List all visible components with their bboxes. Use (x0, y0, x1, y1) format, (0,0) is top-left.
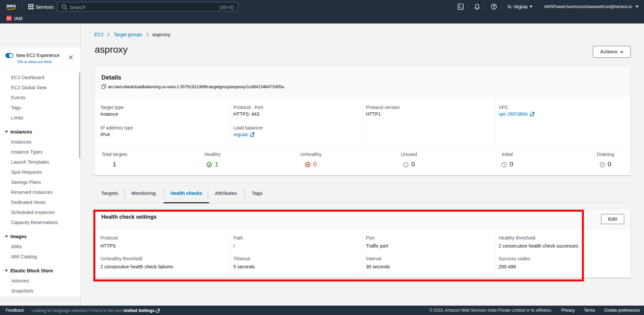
svg-text:?: ? (493, 5, 495, 9)
svg-text:aws: aws (6, 3, 16, 8)
